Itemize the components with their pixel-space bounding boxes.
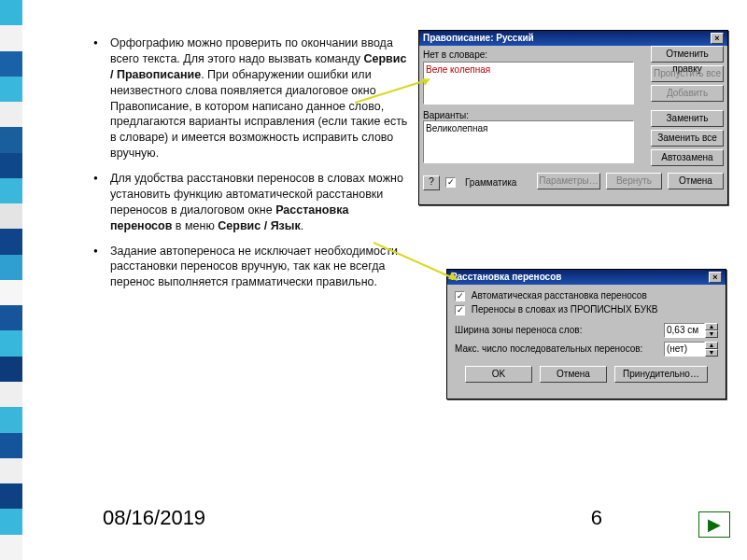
bullet-list: Орфографию можно проверить по окончании … — [93, 35, 411, 290]
bullet-item: Задание автопереноса не исключает необхо… — [93, 244, 411, 291]
close-icon[interactable]: × — [711, 33, 724, 44]
cancel-button[interactable]: Отмена — [540, 366, 607, 383]
hyphen-width-label: Ширина зоны переноса слов: — [455, 325, 582, 335]
footer-date: 08/16/2019 — [103, 506, 205, 530]
force-button[interactable]: Принудительно… — [614, 366, 708, 383]
slide-text: Орфографию можно проверить по окончании … — [93, 35, 411, 300]
misspelled-word-box: Веле колепная — [423, 62, 634, 105]
auto-hyphen-label: Автоматическая расстановка переносов — [472, 290, 647, 301]
hyphenation-dialog: Расстановка переносов × ✓ Автоматическая… — [446, 269, 726, 399]
caps-hyphen-checkbox[interactable]: ✓ — [455, 305, 465, 315]
spin-up-icon: ▲ — [705, 342, 718, 349]
grammar-checkbox[interactable]: ✓ — [445, 177, 456, 188]
dialog-title: Правописание: Русский — [423, 31, 534, 46]
hyphen-width-spinner[interactable]: ▲▼ — [664, 323, 718, 338]
max-hyphens-label: Макс. число последовательных переносов: — [455, 343, 642, 354]
auto-hyphen-checkbox[interactable]: ✓ — [455, 291, 465, 301]
ok-button[interactable]: OK — [465, 366, 532, 383]
bullet-item: Для удобства расстановки переносов в сло… — [93, 171, 411, 234]
params-button[interactable]: Параметры… — [537, 173, 600, 189]
dialog-titlebar: Расстановка переносов × — [447, 270, 726, 285]
replace-all-button[interactable]: Заменить все — [651, 130, 724, 147]
close-icon[interactable]: × — [709, 272, 722, 283]
undo-edit-button[interactable]: Отменить правку — [651, 46, 724, 63]
caps-hyphen-label: Переносы в словах из ПРОПИСНЫХ БУКВ — [472, 304, 658, 315]
next-slide-button[interactable]: ▶ — [698, 511, 730, 538]
add-button[interactable]: Добавить — [651, 85, 724, 102]
autoreplace-button[interactable]: Автозамена — [651, 149, 724, 166]
skip-all-button[interactable]: Пропустить все — [651, 65, 724, 82]
help-icon[interactable]: ? — [423, 175, 440, 190]
spin-down-icon: ▼ — [705, 349, 718, 357]
cancel-button[interactable]: Отмена — [668, 173, 724, 189]
spin-down-icon: ▼ — [705, 330, 718, 338]
dialog-title: Расстановка переносов — [451, 270, 561, 285]
decorative-stripes — [0, 0, 22, 560]
spellcheck-dialog: Правописание: Русский × Нет в словаре: В… — [418, 30, 728, 205]
dialog-titlebar: Правописание: Русский × — [419, 31, 727, 46]
revert-button[interactable]: Вернуть — [606, 173, 662, 189]
max-hyphens-spinner[interactable]: ▲▼ — [664, 342, 718, 357]
bullet-item: Орфографию можно проверить по окончании … — [93, 35, 411, 161]
spin-up-icon: ▲ — [705, 323, 718, 330]
page-number: 6 — [591, 506, 602, 530]
grammar-label: Грамматика — [465, 177, 516, 188]
replace-button[interactable]: Заменить — [651, 110, 724, 127]
variants-list[interactable]: Великолепная — [423, 120, 634, 163]
